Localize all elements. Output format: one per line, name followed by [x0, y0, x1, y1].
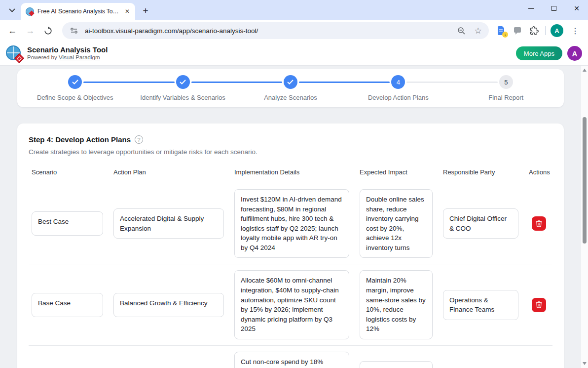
check-icon	[72, 80, 78, 84]
minimize-button[interactable]	[520, 0, 543, 17]
stepper-connector-1	[83, 82, 174, 83]
step-develop-action-plans[interactable]: 4 Develop Action Plans	[344, 75, 452, 101]
forward-button[interactable]: →	[22, 22, 38, 39]
powered-by: Powered by Visual Paradigm	[27, 54, 108, 61]
table-header-row: Scenario Action Plan Implementation Deta…	[29, 168, 552, 176]
stepper-connector-2	[191, 82, 282, 83]
step-1-label: Define Scope & Objectives	[37, 94, 113, 101]
back-button[interactable]: ←	[4, 22, 21, 39]
step-5-label: Final Report	[488, 94, 523, 101]
action-plans-table: Scenario Action Plan Implementation Deta…	[29, 168, 552, 368]
step-panel: Step 4: Develop Action Plans ? Create st…	[17, 123, 564, 368]
app-header: Scenario Analysis Tool Powered by Visual…	[0, 41, 588, 66]
step-4-circle: 4	[391, 75, 405, 89]
app-title: Scenario Analysis Tool	[27, 45, 108, 54]
panel-description: Create strategies to leverage opportunit…	[29, 148, 552, 156]
table-row: Worst Case Cost-Conscious Resilience Cut…	[29, 345, 552, 368]
scroll-down-icon[interactable]	[581, 360, 588, 367]
maximize-icon	[551, 6, 556, 11]
browser-toolbar: ← → ai-toolbox.visual-paradigm.com/app/s…	[0, 20, 588, 41]
check-icon	[287, 80, 294, 84]
scenario-input[interactable]: Best Case	[32, 211, 103, 236]
expected-impact-input[interactable]: Preserve 15% margin, lower stockouts to …	[360, 361, 433, 368]
delete-row-button[interactable]	[532, 298, 546, 312]
col-header-implementation-details: Implementation Details	[231, 168, 357, 176]
tab-favicon	[26, 7, 34, 16]
app-logo-icon	[6, 45, 22, 62]
col-header-expected-impact: Expected Impact	[357, 168, 440, 176]
step-2-circle	[176, 75, 190, 89]
step-5-circle: 5	[499, 75, 513, 89]
responsible-party-input[interactable]: Operations & Finance Teams	[443, 290, 518, 320]
col-header-actions: Actions	[526, 168, 552, 176]
chat-bubble-extension-icon[interactable]	[512, 25, 523, 37]
page-scrollbar[interactable]	[581, 66, 588, 368]
table-row: Best Case Accelerated Digital & Supply E…	[29, 183, 552, 264]
stepper-card: Define Scope & Objectives Identify Varia…	[17, 69, 564, 107]
browser-tab-strip: Free AI Scenario Analysis Tool - ✕ + ✕	[0, 0, 588, 20]
step-identify-variables[interactable]: Identify Variables & Scenarios	[129, 75, 236, 101]
delete-row-button[interactable]	[532, 216, 546, 231]
implementation-details-input[interactable]: Cut non-core spend by 18% ($30M), renego…	[234, 352, 349, 368]
table-row: Base Case Balanced Growth & Efficiency A…	[29, 264, 552, 345]
reload-button[interactable]	[39, 22, 56, 39]
stepper-connector-4	[406, 82, 497, 83]
chevron-down-icon	[9, 8, 15, 12]
trash-icon	[536, 220, 542, 227]
address-bar[interactable]: ai-toolbox.visual-paradigm.com/app/scena…	[62, 22, 489, 39]
browser-menu-icon[interactable]: ⋮	[568, 26, 582, 36]
url-text[interactable]: ai-toolbox.visual-paradigm.com/app/scena…	[85, 27, 450, 35]
toolbar-separator	[545, 26, 546, 35]
col-header-action-plan: Action Plan	[110, 168, 231, 176]
step-define-scope[interactable]: Define Scope & Objectives	[21, 75, 129, 101]
col-header-scenario: Scenario	[29, 168, 110, 176]
user-avatar[interactable]: A	[567, 46, 582, 61]
step-2-label: Identify Variables & Scenarios	[140, 94, 225, 101]
responsible-party-input[interactable]: Chief Digital Officer & COO	[443, 208, 518, 239]
stepper: Define Scope & Objectives Identify Varia…	[21, 75, 560, 101]
step-final-report[interactable]: 5 Final Report	[452, 75, 560, 101]
maximize-button[interactable]	[543, 0, 565, 17]
visual-paradigm-link[interactable]: Visual Paradigm	[59, 54, 100, 60]
tab-search-button[interactable]	[5, 3, 19, 17]
tab-close-icon[interactable]: ✕	[123, 7, 131, 15]
action-plan-input[interactable]: Accelerated Digital & Supply Expansion	[113, 208, 224, 239]
stepper-connector-3	[299, 82, 390, 83]
panel-title: Step 4: Develop Action Plans	[29, 135, 131, 144]
page-content: Define Scope & Objectives Identify Varia…	[0, 66, 588, 368]
scrollbar-thumb[interactable]	[583, 117, 587, 244]
tab-title: Free AI Scenario Analysis Tool -	[37, 8, 120, 15]
col-header-responsible-party: Responsible Party	[440, 168, 526, 176]
trash-icon	[536, 301, 542, 308]
expected-impact-input[interactable]: Maintain 20% margin, improve same-store …	[360, 270, 433, 339]
extensions-area: ↓ A ⋮	[493, 24, 584, 37]
check-icon	[180, 80, 186, 84]
extensions-puzzle-icon[interactable]	[528, 25, 540, 37]
expected-impact-input[interactable]: Double online sales share, reduce invent…	[360, 189, 433, 258]
help-icon[interactable]: ?	[135, 135, 143, 144]
powered-by-prefix: Powered by	[27, 54, 59, 60]
close-icon: ✕	[574, 5, 580, 12]
scenario-input[interactable]: Base Case	[32, 293, 103, 317]
step-4-label: Develop Action Plans	[368, 94, 429, 101]
more-apps-button[interactable]: More Apps	[516, 46, 562, 60]
step-analyze-scenarios[interactable]: Analyze Scenarios	[237, 75, 344, 101]
step-1-circle	[68, 75, 82, 89]
window-controls: ✕	[520, 0, 588, 17]
reload-icon	[44, 27, 52, 35]
browser-tab-active[interactable]: Free AI Scenario Analysis Tool - ✕	[21, 3, 135, 20]
close-window-button[interactable]: ✕	[565, 0, 588, 17]
download-doc-extension-icon[interactable]: ↓	[495, 25, 507, 37]
step-3-label: Analyze Scenarios	[264, 94, 317, 101]
minimize-icon	[528, 8, 534, 9]
implementation-details-input[interactable]: Allocate $60M to omni-channel integratio…	[234, 270, 349, 339]
new-tab-button[interactable]: +	[139, 4, 152, 17]
scroll-up-icon[interactable]	[581, 67, 588, 74]
step-3-circle	[284, 75, 297, 89]
site-settings-icon[interactable]	[68, 25, 80, 37]
browser-profile-avatar[interactable]: A	[551, 24, 563, 37]
zoom-out-icon[interactable]	[455, 25, 467, 37]
bookmark-star-icon[interactable]: ☆	[472, 25, 484, 37]
action-plan-input[interactable]: Balanced Growth & Efficiency	[113, 293, 224, 317]
implementation-details-input[interactable]: Invest $120M in AI-driven demand forecas…	[234, 189, 349, 258]
